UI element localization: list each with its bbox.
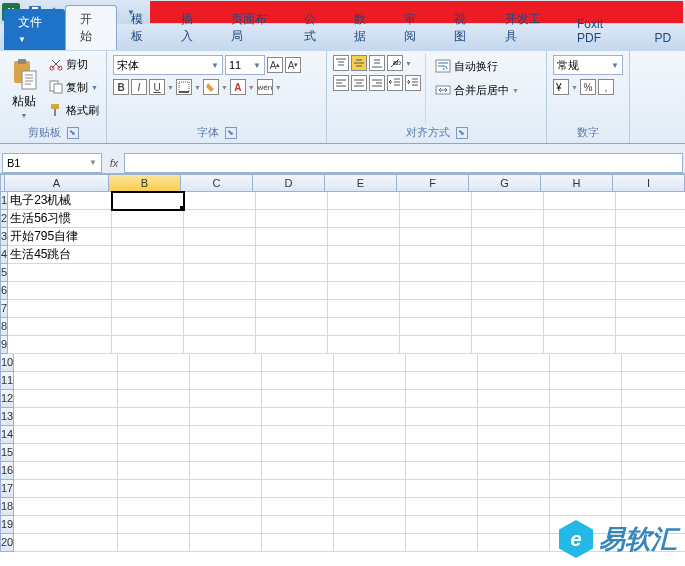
cell-E6[interactable] <box>328 282 400 300</box>
col-header-A[interactable]: A <box>5 174 109 192</box>
number-format-combo[interactable]: 常规▼ <box>553 55 623 75</box>
cell-F4[interactable] <box>400 246 472 264</box>
cell-E16[interactable] <box>334 462 406 480</box>
tab-view[interactable]: 视图 <box>440 6 490 50</box>
cell-G18[interactable] <box>478 498 550 516</box>
grow-font-button[interactable]: A▴ <box>267 57 283 73</box>
cell-A2[interactable]: 生活56习惯 <box>8 210 112 228</box>
cell-D3[interactable] <box>256 228 328 246</box>
cell-B12[interactable] <box>118 390 190 408</box>
col-header-G[interactable]: G <box>469 174 541 192</box>
col-header-C[interactable]: C <box>181 174 253 192</box>
cell-C1[interactable] <box>184 192 256 210</box>
cell-A6[interactable] <box>8 282 112 300</box>
cell-C2[interactable] <box>184 210 256 228</box>
cell-B20[interactable] <box>118 534 190 552</box>
tab-pagelayout[interactable]: 页面布局 <box>217 6 289 50</box>
align-right-button[interactable] <box>369 75 385 91</box>
col-header-H[interactable]: H <box>541 174 613 192</box>
cell-C5[interactable] <box>184 264 256 282</box>
cell-A9[interactable] <box>8 336 112 354</box>
cell-B7[interactable] <box>112 300 184 318</box>
cell-E11[interactable] <box>334 372 406 390</box>
cell-E2[interactable] <box>328 210 400 228</box>
cell-E19[interactable] <box>334 516 406 534</box>
tab-foxit[interactable]: Foxit PDF <box>563 12 640 50</box>
cell-D5[interactable] <box>256 264 328 282</box>
cell-C11[interactable] <box>190 372 262 390</box>
row-header-2[interactable]: 2 <box>0 210 8 228</box>
tab-insert[interactable]: 插入 <box>167 6 217 50</box>
cell-D7[interactable] <box>256 300 328 318</box>
cell-D12[interactable] <box>262 390 334 408</box>
col-header-F[interactable]: F <box>397 174 469 192</box>
cell-G16[interactable] <box>478 462 550 480</box>
cell-A14[interactable] <box>14 426 118 444</box>
cell-D6[interactable] <box>256 282 328 300</box>
cell-A8[interactable] <box>8 318 112 336</box>
cell-A5[interactable] <box>8 264 112 282</box>
increase-indent-button[interactable] <box>405 75 421 91</box>
cell-G14[interactable] <box>478 426 550 444</box>
align-center-button[interactable] <box>351 75 367 91</box>
name-box[interactable]: B1▼ <box>2 153 102 173</box>
merge-center-button[interactable]: 合并后居中▼ <box>432 79 522 101</box>
cell-H10[interactable] <box>550 354 622 372</box>
cell-F15[interactable] <box>406 444 478 462</box>
tab-templates[interactable]: 模板 <box>117 6 167 50</box>
cell-I15[interactable] <box>622 444 685 462</box>
cell-G17[interactable] <box>478 480 550 498</box>
cell-I2[interactable] <box>616 210 685 228</box>
cell-H7[interactable] <box>544 300 616 318</box>
col-header-D[interactable]: D <box>253 174 325 192</box>
row-header-7[interactable]: 7 <box>0 300 8 318</box>
cell-C19[interactable] <box>190 516 262 534</box>
cell-B14[interactable] <box>118 426 190 444</box>
cell-B16[interactable] <box>118 462 190 480</box>
wrap-text-button[interactable]: 自动换行 <box>432 55 522 77</box>
cell-H2[interactable] <box>544 210 616 228</box>
cell-H18[interactable] <box>550 498 622 516</box>
cell-D19[interactable] <box>262 516 334 534</box>
cell-F18[interactable] <box>406 498 478 516</box>
row-header-14[interactable]: 14 <box>0 426 14 444</box>
cell-D16[interactable] <box>262 462 334 480</box>
cell-G7[interactable] <box>472 300 544 318</box>
cell-D9[interactable] <box>256 336 328 354</box>
cell-E17[interactable] <box>334 480 406 498</box>
cell-D10[interactable] <box>262 354 334 372</box>
cell-F5[interactable] <box>400 264 472 282</box>
cell-F16[interactable] <box>406 462 478 480</box>
cell-E7[interactable] <box>328 300 400 318</box>
row-header-17[interactable]: 17 <box>0 480 14 498</box>
border-button[interactable] <box>176 79 192 95</box>
clipboard-launcher[interactable]: ⬊ <box>67 127 79 139</box>
cell-I5[interactable] <box>616 264 685 282</box>
row-header-6[interactable]: 6 <box>0 282 8 300</box>
row-header-8[interactable]: 8 <box>0 318 8 336</box>
cell-G11[interactable] <box>478 372 550 390</box>
cell-B9[interactable] <box>112 336 184 354</box>
cell-H16[interactable] <box>550 462 622 480</box>
cell-C9[interactable] <box>184 336 256 354</box>
cell-I17[interactable] <box>622 480 685 498</box>
cell-I11[interactable] <box>622 372 685 390</box>
cell-A17[interactable] <box>14 480 118 498</box>
tab-developer[interactable]: 开发工具 <box>491 6 563 50</box>
underline-button[interactable]: U <box>149 79 165 95</box>
cell-F10[interactable] <box>406 354 478 372</box>
tab-pd[interactable]: PD <box>640 26 685 50</box>
cell-G10[interactable] <box>478 354 550 372</box>
cell-I12[interactable] <box>622 390 685 408</box>
cell-D18[interactable] <box>262 498 334 516</box>
fx-button[interactable]: fx <box>104 157 124 169</box>
cell-F2[interactable] <box>400 210 472 228</box>
cell-C10[interactable] <box>190 354 262 372</box>
cell-G6[interactable] <box>472 282 544 300</box>
cell-A10[interactable] <box>14 354 118 372</box>
cell-I8[interactable] <box>616 318 685 336</box>
cell-C20[interactable] <box>190 534 262 552</box>
cell-I1[interactable] <box>616 192 685 210</box>
cell-E18[interactable] <box>334 498 406 516</box>
tab-file[interactable]: 文件 ▼ <box>4 9 65 50</box>
